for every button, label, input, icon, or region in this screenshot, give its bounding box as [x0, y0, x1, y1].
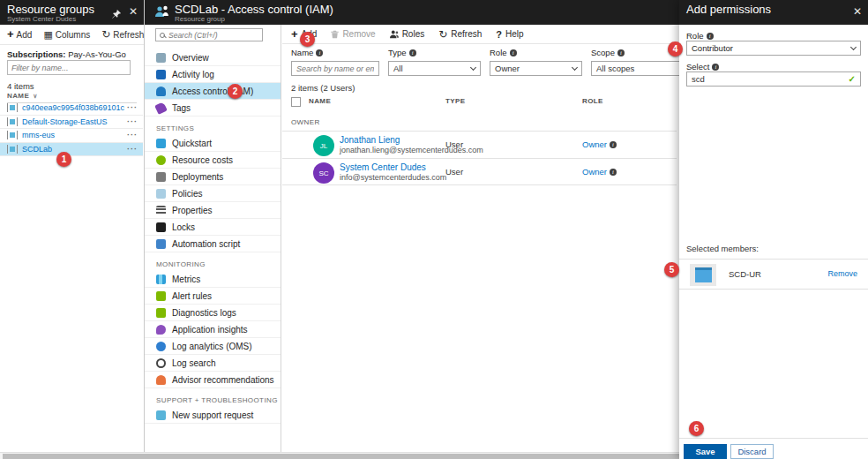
user-type: User [445, 139, 463, 149]
chevron-down-icon [470, 64, 476, 70]
support-request-icon [156, 410, 166, 420]
valid-check-icon: ✓ [849, 74, 856, 84]
menu-search-box[interactable] [155, 28, 263, 41]
resource-group-row[interactable]: SCDLab ··· [0, 143, 143, 157]
access-control-icon [156, 87, 166, 96]
role-select[interactable]: Contributor [686, 41, 861, 56]
menu-item[interactable]: Automation script [145, 236, 281, 252]
resource-group-icon [7, 117, 18, 126]
info-icon: i [316, 49, 323, 56]
menu-item[interactable]: Log analytics (OMS) [145, 338, 281, 355]
menu-search-input[interactable] [168, 31, 258, 40]
resource-group-link[interactable]: mms-eus [22, 131, 127, 139]
application-insights-icon [156, 325, 166, 335]
search-icon [160, 33, 165, 38]
resource-group-row[interactable]: c940eea9c9954f038b69101c ··· [0, 102, 143, 116]
resource-group-people-icon [154, 4, 170, 20]
save-button[interactable]: Save [684, 444, 727, 459]
refresh-button[interactable]: ↻Refresh [101, 30, 144, 40]
main-toolbar: +Add Remove Roles ↻Refresh ?Help [282, 25, 679, 44]
remove-member-link[interactable]: Remove [827, 269, 857, 278]
panel-subtitle: System Center Dudes [7, 15, 76, 23]
scope-filter-select[interactable]: All scopes [591, 61, 679, 76]
panel-title: Add permissions [686, 3, 771, 16]
row-context-menu-icon[interactable]: ··· [127, 103, 138, 112]
menu-item[interactable]: Overview [145, 49, 281, 66]
resource-group-icon [7, 145, 18, 154]
role-link[interactable]: Owner [582, 167, 607, 177]
chevron-down-icon [850, 43, 857, 49]
add-button[interactable]: +Add [7, 30, 32, 40]
resource-group-link[interactable]: c940eea9c9954f038b69101c [22, 103, 127, 112]
name-filter-input[interactable] [296, 64, 374, 73]
table-row[interactable]: SC System Center Dudes info@systemcenter… [282, 158, 677, 185]
refresh-icon: ↻ [438, 30, 447, 39]
roles-button[interactable]: Roles [390, 29, 425, 39]
alert-rules-icon [156, 291, 166, 301]
diagnostics-logs-icon [156, 308, 166, 318]
menu-item[interactable]: Metrics [145, 271, 281, 288]
filter-by-name-input[interactable] [7, 60, 131, 75]
select-label: Select [686, 62, 709, 71]
menu-item[interactable]: New support request [145, 407, 281, 424]
role-link[interactable]: Owner [582, 139, 607, 149]
menu-item[interactable]: Properties [145, 202, 281, 219]
info-icon: i [707, 33, 714, 40]
pin-icon[interactable] [112, 6, 121, 22]
menu-item[interactable]: Access control (IAM) [145, 83, 281, 100]
close-icon[interactable]: ✕ [853, 5, 862, 18]
resource-group-row[interactable]: mms-eus ··· [0, 129, 143, 143]
info-icon: i [510, 49, 517, 56]
deployments-icon [156, 172, 166, 182]
refresh-button[interactable]: ↻Refresh [438, 29, 482, 39]
discard-button[interactable]: Discard [730, 444, 774, 459]
info-icon: i [610, 169, 617, 176]
person-icon [390, 30, 399, 39]
close-icon[interactable]: ✕ [129, 5, 138, 18]
items-count: 4 items [7, 81, 34, 91]
scrollbar-thumb[interactable] [3, 454, 696, 459]
properties-icon [156, 206, 166, 215]
resource-group-link[interactable]: SCDLab [22, 145, 127, 154]
table-row[interactable]: JL Jonathan Lieng jonathan.lieng@systemc… [282, 131, 677, 158]
step-badge-3: 3 [300, 32, 315, 47]
menu-item[interactable]: Policies [145, 185, 281, 202]
select-all-checkbox[interactable] [291, 97, 301, 107]
resource-group-link[interactable]: Default-Storage-EastUS [22, 117, 127, 126]
resource-group-row[interactable]: Default-Storage-EastUS ··· [0, 116, 143, 130]
type-filter-select[interactable]: All [388, 61, 481, 76]
resource-group-icon [7, 131, 18, 139]
user-name-link[interactable]: Jonathan Lieng [340, 135, 400, 145]
metrics-icon [156, 275, 166, 284]
remove-button[interactable]: Remove [331, 29, 375, 39]
blade-subtitle: Resource group [175, 15, 225, 23]
locks-icon [156, 222, 166, 232]
row-context-menu-icon[interactable]: ··· [127, 131, 138, 139]
add-permissions-header: Add permissions ✕ [679, 0, 868, 25]
row-context-menu-icon[interactable]: ··· [127, 145, 138, 154]
selected-member-row[interactable]: SCD-UR Remove [679, 259, 868, 290]
columns-button[interactable]: ▦Columns [43, 29, 90, 41]
row-context-menu-icon[interactable]: ··· [127, 117, 138, 126]
user-name-link[interactable]: System Center Dudes [340, 162, 426, 172]
menu-item[interactable]: Tags [145, 100, 281, 117]
menu-item[interactable]: Application insights [145, 321, 281, 338]
table-header: NAME TYPE ROLE [291, 97, 679, 109]
member-search-input[interactable] [692, 74, 849, 84]
menu-item[interactable]: Resource costs [145, 152, 281, 169]
menu-item[interactable]: Deployments [145, 169, 281, 185]
menu-item[interactable]: Diagnostics logs [145, 305, 281, 321]
role-filter-select[interactable]: Owner [490, 61, 582, 76]
help-button[interactable]: ?Help [496, 29, 523, 40]
menu-item[interactable]: Advisor recommendations [145, 372, 281, 388]
resource-costs-icon [156, 155, 166, 165]
step-badge-2: 2 [228, 84, 243, 99]
menu-item[interactable]: Quickstart [145, 135, 281, 152]
menu-item[interactable]: Locks [145, 219, 281, 236]
member-name: SCD-UR [729, 269, 761, 279]
refresh-icon: ↻ [101, 30, 110, 39]
menu-item[interactable]: Log search [145, 355, 281, 372]
menu-item[interactable]: Activity log [145, 66, 281, 83]
menu-item[interactable]: Alert rules [145, 288, 281, 305]
blade-title: SCDLab - Access control (IAM) [175, 3, 333, 16]
